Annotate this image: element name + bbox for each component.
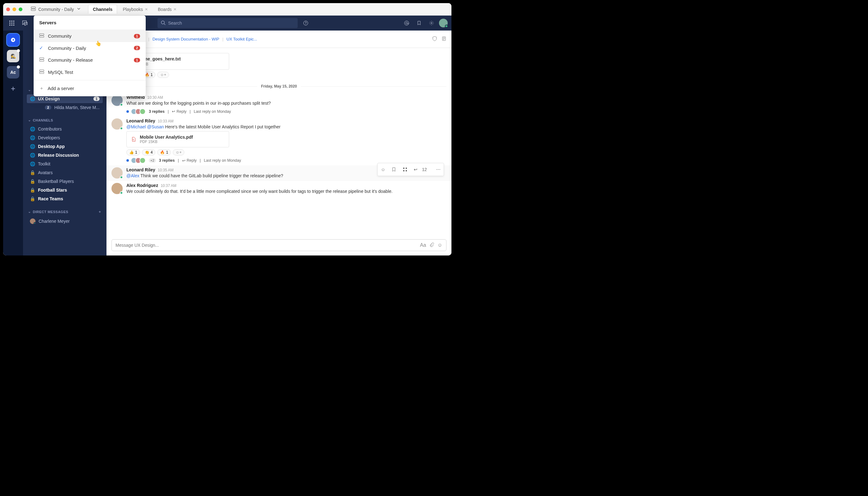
sidebar-item-toolkit[interactable]: 🌐Toolkit [27, 159, 103, 168]
add-server-button[interactable]: ＋ [7, 82, 19, 95]
maximize-window-button[interactable] [19, 7, 22, 11]
svg-rect-24 [39, 58, 44, 59]
message-list: Filename_goes_here.txt TXT 15KB 👏4 🔥1 ☺+… [107, 48, 451, 237]
thread-avatars [131, 157, 146, 164]
avatar[interactable] [111, 167, 123, 179]
thread-summary[interactable]: 3 replies | ↩ Reply | Last reply on Mond… [126, 108, 447, 115]
dropdown-item-community-daily[interactable]: ✓ Community - Daily 2 [34, 42, 146, 54]
globe-icon: 🌐 [30, 126, 35, 131]
reaction[interactable]: 👏4 [142, 149, 156, 155]
emoji-action[interactable]: ☺ [377, 163, 388, 176]
unread-dot-icon [126, 159, 129, 162]
dropdown-item-community-release[interactable]: Community - Release 1 [34, 54, 146, 66]
channel-label: Developers [38, 135, 60, 140]
threads-icon[interactable] [20, 18, 30, 28]
mention[interactable]: @Michael @Susan [126, 124, 164, 129]
message-actions: ☺ ↩ 12 ⋯ [377, 163, 444, 176]
author-name[interactable]: Leonard Riley [126, 167, 155, 172]
sidebar-item-release-discussion[interactable]: 🌐Release Discussion [27, 151, 103, 159]
lock-icon: 🔒 [30, 188, 35, 192]
bookmark-icon[interactable] [414, 18, 424, 28]
author-name[interactable]: Leonard Riley [126, 119, 155, 123]
server-button-ac[interactable]: Ac [7, 66, 19, 78]
attach-button[interactable] [429, 242, 434, 248]
thread-summary[interactable]: +2 3 replies | ↩ Reply | Last reply on M… [126, 157, 447, 164]
reaction[interactable]: 👍1 [126, 149, 140, 155]
sidebar-item-basketball[interactable]: 🔒Basketball Players [27, 177, 103, 186]
mentions-icon[interactable] [402, 18, 412, 28]
reaction[interactable]: 🔥1 [157, 149, 171, 155]
channel-label: Desktop App [38, 144, 65, 149]
server-button-2[interactable]: 🕵️ [7, 50, 19, 62]
avatar-icon [30, 218, 35, 224]
formatting-button[interactable]: Aa [420, 243, 426, 248]
add-dm-button[interactable]: ＋ [98, 210, 102, 214]
more-action[interactable]: ⋯ [433, 163, 444, 176]
channels-header[interactable]: ⌄CHANNELS [27, 115, 103, 125]
message-composer[interactable]: Aa ☺ [111, 239, 447, 251]
reply-button[interactable]: ↩ Reply [182, 158, 197, 163]
sidebar-item-desktop-app[interactable]: 🌐Desktop App [27, 142, 103, 151]
header-link[interactable]: Design System Documentation - WIP [152, 37, 220, 42]
help-icon[interactable]: ? [301, 18, 311, 28]
add-reaction-button[interactable]: ☺+ [173, 149, 184, 155]
bookmark-action[interactable] [388, 163, 399, 176]
svg-rect-19 [406, 168, 407, 169]
channel-label: Contributors [38, 126, 62, 131]
close-icon[interactable]: ✕ [145, 7, 148, 12]
sidebar-item-contributors[interactable]: 🌐Contributors [27, 125, 103, 133]
file-attachment[interactable]: Mobile User Analytics.pdf PDF 15KB [126, 131, 229, 148]
reply-action[interactable]: ↩ 12 [411, 163, 433, 176]
dropdown-item-mysql[interactable]: MySQL Test [34, 66, 146, 78]
apps-action[interactable] [399, 163, 411, 176]
avatar[interactable] [111, 183, 123, 194]
sidebar-item-group-dm[interactable]: 2 Hilda Martin, Steve M... [27, 103, 103, 112]
member-count-badge: 2 [45, 105, 51, 110]
header-link[interactable]: UX Toolkit Epic... [227, 37, 257, 42]
sidebar-item-developers[interactable]: 🌐Developers [27, 133, 103, 142]
mention[interactable]: @Alex [126, 173, 139, 178]
close-icon[interactable]: ✕ [173, 7, 177, 12]
add-server-item[interactable]: ＋ Add a server [34, 82, 146, 94]
tab-playbooks[interactable]: Playbooks✕ [118, 5, 152, 14]
message-input[interactable] [115, 243, 417, 248]
add-reaction-button[interactable]: ☺+ [157, 72, 169, 78]
tab-label: Channels [93, 7, 112, 12]
search-placeholder: Search [168, 20, 182, 26]
chevron-down-icon: ⌄ [28, 210, 31, 214]
svg-rect-1 [31, 9, 35, 11]
author-name[interactable]: Alex Rodriguez [126, 183, 158, 188]
close-window-button[interactable] [6, 7, 10, 11]
message: Whitfield10:30 AM What are we doing for … [107, 93, 451, 117]
apps-icon[interactable] [7, 18, 17, 28]
gear-icon[interactable] [427, 18, 436, 28]
user-avatar[interactable] [439, 19, 448, 27]
sidebar-dm-charlene[interactable]: Charlene Meyer [27, 217, 103, 226]
server-button-mattermost[interactable] [7, 34, 19, 46]
sidebar-item-football[interactable]: 🔒Football Stars [27, 186, 103, 195]
tabs: Channels Playbooks✕ Boards✕ [88, 5, 181, 14]
dm-header[interactable]: ⌄DIRECT MESSAGES＋ [27, 207, 103, 217]
channel-label: UX Design [38, 96, 60, 101]
timestamp: 10:35 AM [158, 168, 174, 172]
tab-channels[interactable]: Channels [88, 5, 117, 14]
notification-badge: 1 [134, 34, 140, 38]
avatar[interactable] [111, 119, 123, 129]
channel-label: Hilda Martin, Steve M... [54, 105, 100, 110]
dropdown-item-community[interactable]: Community 1 [34, 30, 146, 42]
status-online-icon [120, 176, 123, 179]
reply-button[interactable]: ↩ Reply [172, 109, 187, 114]
server-selector[interactable]: Community - Daily [27, 4, 85, 14]
search-input[interactable]: Search [158, 18, 298, 28]
svg-point-7 [13, 22, 14, 24]
avatar[interactable] [111, 95, 123, 106]
server-icon [39, 57, 44, 63]
tab-boards[interactable]: Boards✕ [154, 5, 181, 14]
sidebar-item-race-teams[interactable]: 🔒Race Teams [27, 195, 103, 203]
shield-icon[interactable] [432, 36, 437, 42]
files-icon[interactable] [441, 36, 447, 42]
message: Leonard Riley10:33 AM @Michael @Susan He… [107, 117, 451, 166]
sidebar-item-avatars[interactable]: 🔒Avatars [27, 168, 103, 177]
minimize-window-button[interactable] [13, 7, 16, 11]
emoji-button[interactable]: ☺ [437, 243, 443, 248]
